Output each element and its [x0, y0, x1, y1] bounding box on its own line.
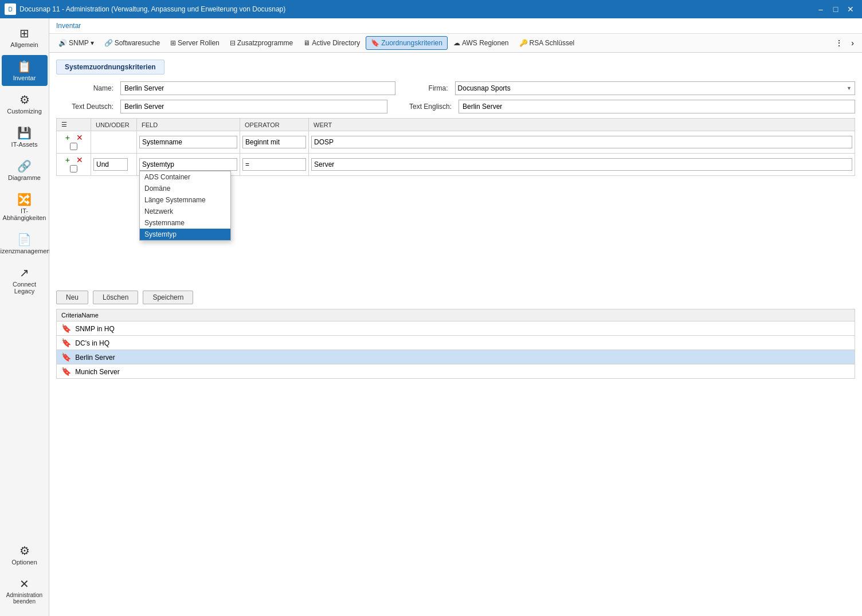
dd-item-ads[interactable]: ADS Container: [140, 171, 230, 183]
sidebar-item-customizing[interactable]: ⚙ Customizing: [2, 88, 48, 119]
row1-operator: Beginnt mit: [240, 131, 309, 154]
row2-delete-button[interactable]: ✕: [75, 155, 85, 165]
window-title: Docusnap 11 - Administration (Verwaltung…: [19, 5, 810, 13]
sidebar-label-inventar: Inventar: [13, 74, 36, 81]
col-header-feld: FELD: [137, 119, 240, 131]
sidebar-label-it-assets: IT-Assets: [11, 141, 38, 148]
lower-table: CriteriaName 🔖 SNMP in HQ 🔖: [56, 309, 855, 379]
text-englisch-input[interactable]: [459, 100, 855, 113]
row2-feld-select[interactable]: Systemtyp: [139, 158, 237, 171]
server-rollen-label: Server Rollen: [178, 39, 220, 47]
lower-table-row[interactable]: 🔖 DC's in HQ: [57, 336, 855, 350]
sidebar-label-optionen: Optionen: [11, 559, 37, 566]
feld-dropdown: ADS Container Domäne Länge Systemname Ne…: [139, 171, 231, 241]
row2-icon: 🔖: [61, 338, 71, 347]
neu-button[interactable]: Neu: [56, 291, 88, 304]
sidebar-item-it-abh[interactable]: 🔀 IT-Abhängigkeiten: [2, 188, 48, 226]
customizing-icon: ⚙: [19, 93, 30, 107]
dd-item-systemtyp[interactable]: Systemtyp: [140, 229, 230, 240]
col-header-actions: ☰: [57, 119, 91, 131]
toolbar-aws-button[interactable]: ☁ AWS Regionen: [449, 37, 514, 49]
dd-item-systemname[interactable]: Systemname: [140, 217, 230, 229]
server-rollen-icon: ⊞: [170, 39, 176, 47]
lower-table-row[interactable]: 🔖 Munich Server: [57, 364, 855, 379]
toolbar-snmp-button[interactable]: 🔊 SNMP ▾: [54, 37, 99, 49]
row2-operator: =: [240, 154, 309, 176]
row2-checkbox[interactable]: [70, 165, 77, 172]
dd-item-domaene[interactable]: Domäne: [140, 183, 230, 194]
lower-table-header: CriteriaName: [57, 309, 855, 321]
row1-operator-select[interactable]: Beginnt mit: [242, 136, 306, 148]
sidebar-label-diagramme: Diagramme: [8, 174, 41, 181]
rsa-label: RSA Schlüssel: [530, 39, 575, 47]
toolbar-end: ⋮ ›: [832, 36, 857, 50]
dd-item-netzwerk[interactable]: Netzwerk: [140, 206, 230, 217]
sidebar-label-connect: Connect Legacy: [4, 281, 45, 295]
window-controls: – □ ✕: [814, 2, 857, 16]
sidebar-label-admin-beenden: Administration beenden: [4, 592, 45, 605]
sidebar-item-it-assets[interactable]: 💾 IT-Assets: [2, 121, 48, 152]
toolbar-active-directory-button[interactable]: 🖥 Active Directory: [299, 37, 365, 49]
lower-table-row[interactable]: 🔖 SNMP in HQ: [57, 321, 855, 336]
row2-operator-select[interactable]: =: [242, 158, 306, 171]
allgemein-icon: ⊞: [19, 26, 29, 40]
toolbar: 🔊 SNMP ▾ 🔗 Softwaresuche ⊞ Server Rollen…: [49, 34, 862, 53]
app-container: ⊞ Allgemein 📋 Inventar ⚙ Customizing 💾 I…: [0, 18, 862, 616]
dd-item-laenge[interactable]: Länge Systemname: [140, 194, 230, 206]
zuordnungskriterien-icon: 🔖: [371, 39, 379, 47]
lower-row-1: 🔖 SNMP in HQ: [57, 321, 855, 336]
row1-delete-button[interactable]: ✕: [75, 132, 85, 143]
criteria-table: ☰ UND/ODER FELD OPERATOR WERT: [56, 118, 855, 176]
toolbar-chevron-button[interactable]: ›: [848, 36, 857, 50]
speichern-button[interactable]: Speichern: [143, 291, 193, 304]
lower-table-row-active[interactable]: 🔖 Berlin Server: [57, 350, 855, 364]
table-icon: ☰: [61, 121, 67, 128]
text-deutsch-label: Text Deutsch:: [56, 103, 113, 111]
softwaresuche-label: Softwaresuche: [115, 39, 160, 47]
row2-und-select[interactable]: Und: [93, 158, 128, 171]
row2-wert-select[interactable]: Server: [311, 158, 852, 171]
row1-icon: 🔖: [61, 324, 71, 333]
form-name-row: Name: Firma: Docusnap Sports: [56, 81, 855, 95]
close-button[interactable]: ✕: [844, 2, 857, 16]
toolbar-more-button[interactable]: ⋮: [832, 36, 847, 50]
row1-wert: [309, 131, 855, 154]
sidebar-item-connect[interactable]: ↗ Connect Legacy: [2, 261, 48, 299]
minimize-button[interactable]: –: [814, 2, 828, 16]
row1-checkbox[interactable]: [70, 143, 77, 150]
col-header-operator: OPERATOR: [240, 119, 309, 131]
inventar-icon: 📋: [17, 60, 32, 73]
active-directory-label: Active Directory: [312, 39, 360, 47]
lower-row-2: 🔖 DC's in HQ: [57, 336, 855, 350]
row2-add-button[interactable]: +: [62, 155, 73, 165]
sidebar-item-diagramme[interactable]: 🔗 Diagramme: [2, 155, 48, 186]
sidebar-item-allgemein[interactable]: ⊞ Allgemein: [2, 22, 48, 53]
maximize-button[interactable]: □: [829, 2, 843, 16]
tab-label: Systemzuordnungskriterien: [65, 63, 156, 71]
sidebar-item-inventar[interactable]: 📋 Inventar: [2, 55, 48, 86]
toolbar-zusatzprogramme-button[interactable]: ⊟ Zusatzprogramme: [225, 37, 297, 49]
app-icon: D: [5, 3, 16, 15]
row1-add-button[interactable]: +: [62, 132, 73, 143]
optionen-icon: ⚙: [19, 544, 30, 558]
toolbar-rsa-button[interactable]: 🔑 RSA Schlüssel: [515, 37, 579, 49]
col-header-und-oder: UND/ODER: [91, 119, 137, 131]
toolbar-softwaresuche-button[interactable]: 🔗 Softwaresuche: [100, 37, 164, 49]
sidebar-item-optionen[interactable]: ⚙ Optionen: [2, 539, 48, 570]
toolbar-zuordnungskriterien-button[interactable]: 🔖 Zuordnungskriterien: [366, 36, 448, 50]
toolbar-server-rollen-button[interactable]: ⊞ Server Rollen: [166, 37, 224, 49]
loeschen-button[interactable]: Löschen: [93, 291, 138, 304]
name-input[interactable]: [120, 81, 395, 95]
firma-select[interactable]: Docusnap Sports: [455, 81, 855, 95]
row1-wert-input[interactable]: [311, 136, 852, 148]
row4-icon: 🔖: [61, 367, 71, 376]
snmp-icon: 🔊: [58, 39, 67, 47]
text-deutsch-input[interactable]: [120, 100, 387, 113]
row2-und-oder: Und: [91, 154, 137, 176]
form-text-row: Text Deutsch: Text Englisch:: [56, 100, 855, 113]
titlebar: D Docusnap 11 - Administration (Verwaltu…: [0, 0, 862, 18]
sidebar-item-admin-beenden[interactable]: ✕ Administration beenden: [2, 572, 48, 609]
sidebar: ⊞ Allgemein 📋 Inventar ⚙ Customizing 💾 I…: [0, 18, 49, 616]
sidebar-item-lizenz[interactable]: 📄 Lizenzmanagement: [2, 228, 48, 259]
row1-feld-select[interactable]: Systemname: [139, 136, 237, 148]
